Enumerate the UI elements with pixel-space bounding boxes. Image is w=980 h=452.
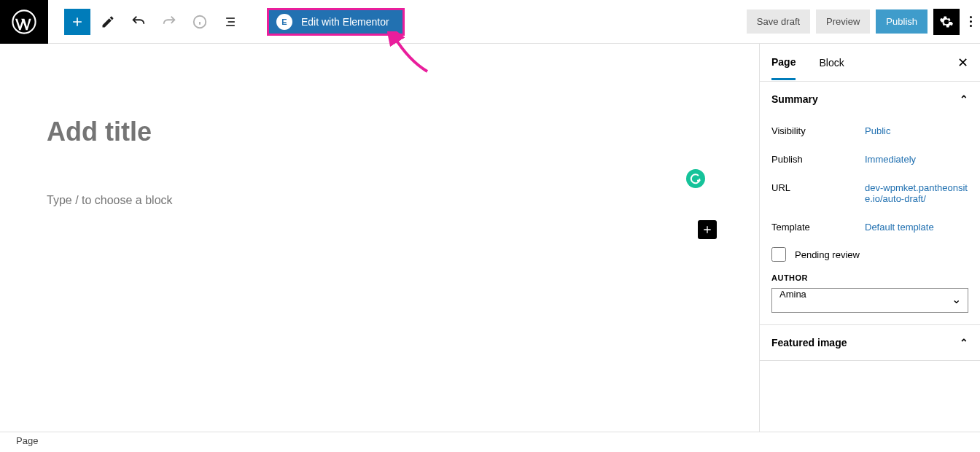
author-select[interactable]: Amina — [771, 288, 968, 313]
summary-section: Summary ⌃ Visibility Public Publish Imme… — [760, 82, 980, 325]
page-title-input[interactable] — [47, 117, 579, 147]
chevron-up-icon: ⌃ — [960, 337, 968, 348]
publish-row: Publish Immediately — [771, 145, 968, 174]
featured-image-title: Featured image — [771, 337, 847, 348]
edit-with-elementor-button[interactable]: E Edit with Elementor — [267, 8, 405, 36]
author-select-wrap: Amina — [771, 288, 968, 313]
visibility-row: Visibility Public — [771, 117, 968, 145]
author-label: AUTHOR — [771, 273, 968, 288]
visibility-label: Visibility — [771, 125, 865, 136]
pending-review-label: Pending review — [795, 249, 860, 260]
visibility-value[interactable]: Public — [865, 125, 968, 136]
pending-review-row: Pending review — [771, 241, 968, 273]
more-options-icon[interactable] — [965, 16, 979, 27]
summary-title: Summary — [771, 93, 818, 105]
elementor-label: Edit with Elementor — [301, 16, 389, 28]
publish-button[interactable]: Publish — [876, 9, 928, 34]
breadcrumb[interactable]: Page — [16, 435, 38, 446]
close-panel-icon[interactable]: ✕ — [957, 55, 968, 71]
info-icon[interactable] — [187, 9, 213, 35]
summary-body: Visibility Public Publish Immediately UR… — [760, 117, 980, 324]
settings-sidebar: Page Block ✕ Summary ⌃ Visibility Public… — [759, 44, 980, 432]
toolbar-right: Save draft Preview Publish — [747, 9, 980, 35]
add-block-inline-button[interactable] — [698, 220, 717, 239]
breadcrumb-bar: Page — [0, 432, 980, 452]
undo-icon[interactable] — [125, 9, 152, 35]
add-block-button[interactable] — [64, 9, 90, 35]
save-draft-button[interactable]: Save draft — [747, 9, 810, 34]
main-area: Type / to choose a block Page Block ✕ Su… — [0, 44, 980, 432]
featured-image-header[interactable]: Featured image ⌃ — [760, 325, 980, 360]
tab-page[interactable]: Page — [771, 46, 796, 80]
edit-tools-icon[interactable] — [95, 9, 121, 35]
preview-button[interactable]: Preview — [816, 9, 870, 34]
summary-header[interactable]: Summary ⌃ — [760, 82, 980, 117]
template-value[interactable]: Default template — [865, 222, 968, 233]
elementor-icon: E — [276, 14, 292, 30]
redo-icon[interactable] — [156, 9, 182, 35]
editor-canvas: Type / to choose a block — [0, 44, 759, 432]
tab-block[interactable]: Block — [819, 47, 844, 79]
template-row: Template Default template — [771, 213, 968, 241]
outline-icon[interactable] — [217, 9, 244, 35]
grammarly-icon[interactable] — [686, 169, 705, 188]
featured-image-section: Featured image ⌃ — [760, 325, 980, 361]
url-row: URL dev-wpmket.pantheonsite.io/auto-draf… — [771, 174, 968, 213]
settings-button[interactable] — [933, 9, 960, 35]
toolbar-left: E Edit with Elementor — [48, 8, 405, 36]
chevron-up-icon: ⌃ — [960, 93, 968, 105]
template-label: Template — [771, 222, 865, 233]
top-toolbar: E Edit with Elementor Save draft Preview… — [0, 0, 980, 44]
publish-label: Publish — [771, 154, 865, 165]
pending-review-checkbox[interactable] — [771, 247, 786, 262]
publish-value[interactable]: Immediately — [865, 154, 968, 165]
wordpress-logo[interactable] — [0, 0, 48, 44]
url-label: URL — [771, 182, 865, 204]
url-value[interactable]: dev-wpmket.pantheonsite.io/auto-draft/ — [865, 182, 968, 204]
block-placeholder[interactable]: Type / to choose a block — [47, 194, 712, 207]
sidebar-tabs: Page Block ✕ — [760, 44, 980, 82]
